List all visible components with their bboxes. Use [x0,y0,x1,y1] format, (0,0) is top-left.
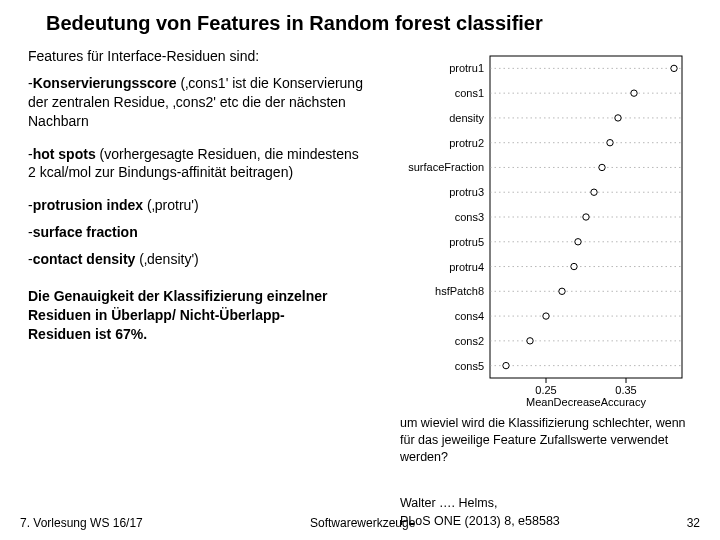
slide-title: Bedeutung von Features in Random forest … [46,12,700,35]
conclusion: Die Genauigkeit der Klassifizierung einz… [28,287,328,344]
bullet-hotspots-lead: hot spots [33,146,96,162]
bullet-hotspots: -hot spots (vorhergesagte Residuen, die … [28,145,368,183]
svg-point-11 [607,139,613,145]
svg-text:protru2: protru2 [449,137,484,149]
svg-text:hsfPatch8: hsfPatch8 [435,285,484,297]
svg-point-20 [583,214,589,220]
bullet-protrusion: -protrusion index (‚protru') [28,196,368,215]
bullet-surface-fraction: -surface fraction [28,223,368,242]
svg-point-14 [599,164,605,170]
svg-text:protru3: protru3 [449,186,484,198]
svg-text:0.35: 0.35 [615,384,636,396]
svg-text:cons5: cons5 [455,360,484,372]
bullet-contact-density-rest: (‚density') [135,251,198,267]
footer-center: Softwarewerkzeuge [310,516,415,530]
page-number: 32 [687,516,700,530]
chart-svg: protru1cons1densityprotru2surfaceFractio… [395,48,690,408]
svg-point-26 [571,263,577,269]
footer-left: 7. Vorlesung WS 16/17 [20,516,143,530]
bullet-surface-fraction-lead: surface fraction [33,224,138,240]
svg-point-2 [671,65,677,71]
svg-text:protru1: protru1 [449,62,484,74]
svg-point-8 [615,115,621,121]
svg-text:surfaceFraction: surfaceFraction [408,161,484,173]
svg-text:cons2: cons2 [455,335,484,347]
feature-importance-chart: protru1cons1densityprotru2surfaceFractio… [395,48,690,408]
bullet-conservation-lead: Konservierungsscore [33,75,177,91]
svg-text:protru5: protru5 [449,236,484,248]
citation-block: Walter …. Helms, PLoS ONE (2013) 8, e585… [400,495,560,530]
svg-point-35 [527,338,533,344]
svg-text:0.25: 0.25 [535,384,556,396]
chart-caption: um wieviel wird die Klassifizierung schl… [400,415,690,466]
svg-point-29 [559,288,565,294]
svg-point-17 [591,189,597,195]
bullet-contact-density: -contact density (‚density') [28,250,368,269]
svg-point-5 [631,90,637,96]
svg-text:protru4: protru4 [449,261,484,273]
svg-text:cons1: cons1 [455,87,484,99]
svg-point-38 [503,362,509,368]
intro-line: Features für Interface-Residuen sind: [28,47,368,66]
svg-text:MeanDecreaseAccuracy: MeanDecreaseAccuracy [526,396,646,408]
svg-point-23 [575,239,581,245]
citation-authors: Walter …. Helms, [400,495,560,513]
body-text: Features für Interface-Residuen sind: -K… [28,47,368,269]
svg-point-32 [543,313,549,319]
bullet-protrusion-rest: (‚protru') [143,197,199,213]
svg-text:density: density [449,112,484,124]
svg-text:cons3: cons3 [455,211,484,223]
svg-text:cons4: cons4 [455,310,484,322]
citation-journal: PLoS ONE (2013) 8, e58583 [400,513,560,531]
bullet-conservation: -Konservierungsscore (‚cons1' ist die Ko… [28,74,368,131]
bullet-protrusion-lead: protrusion index [33,197,143,213]
bullet-contact-density-lead: contact density [33,251,136,267]
